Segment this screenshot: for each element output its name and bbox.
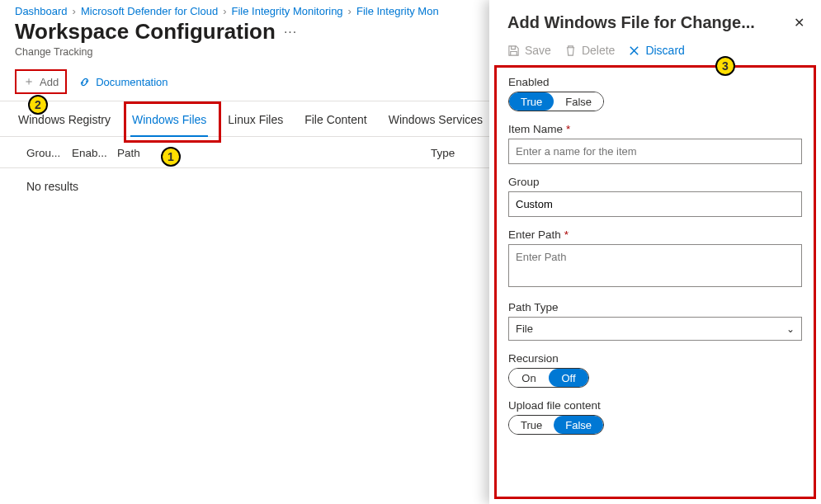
recursion-toggle[interactable]: On Off [508,368,589,388]
annotation-callout-1: 1 [161,147,181,167]
save-icon [507,45,520,57]
panel-body: Enabled True False Item Name* Group Ente… [494,65,816,499]
delete-label: Delete [582,44,615,57]
discard-label: Discard [645,44,684,57]
crumb-fim-truncated[interactable]: File Integrity Mon [356,5,439,17]
annotation-callout-3: 3 [715,56,735,76]
discard-button[interactable]: Discard [628,44,684,57]
path-type-label: Path Type [508,301,802,313]
tab-linux-files[interactable]: Linux Files [226,101,285,136]
chevron-right-icon: › [73,5,76,17]
crumb-defender[interactable]: Microsoft Defender for Cloud [81,5,218,17]
delete-icon [564,45,577,57]
documentation-label: Documentation [96,76,168,88]
add-file-panel: Add Windows File for Change... ✕ Save De… [489,0,821,504]
col-enabled[interactable]: Enab... [72,147,109,159]
enter-path-label: Enter Path [508,228,561,241]
group-input[interactable] [508,191,802,217]
upload-content-toggle[interactable]: True False [508,415,604,435]
save-label: Save [525,44,551,57]
group-label: Group [508,176,802,188]
tab-windows-services[interactable]: Windows Services [387,101,484,136]
tab-windows-files[interactable]: Windows Files [130,101,208,136]
chevron-right-icon: › [223,5,226,17]
col-type[interactable]: Type [431,147,480,159]
enabled-label: Enabled [508,76,802,88]
enter-path-input[interactable] [508,244,802,287]
enabled-true[interactable]: True [509,92,554,111]
save-button[interactable]: Save [507,44,551,57]
add-button-label: Add [40,76,59,88]
crumb-dashboard[interactable]: Dashboard [15,5,68,17]
chevron-right-icon: › [348,5,352,17]
item-name-input[interactable] [508,139,802,164]
chevron-down-icon: ⌄ [786,323,795,335]
plus-icon: ＋ [23,74,35,89]
upload-true[interactable]: True [509,416,554,434]
crumb-fim[interactable]: File Integrity Monitoring [231,5,342,17]
more-icon[interactable]: ··· [284,25,297,40]
close-icon[interactable]: ✕ [794,15,804,31]
documentation-link[interactable]: Documentation [78,76,168,88]
item-name-label: Item Name [508,123,563,135]
path-type-select[interactable]: File ⌄ [508,317,802,341]
enabled-toggle[interactable]: True False [508,92,604,111]
recursion-off[interactable]: Off [549,369,588,387]
col-group[interactable]: Grou... [26,147,64,159]
panel-toolbar: Save Delete Discard [489,39,821,65]
upload-content-label: Upload file content [508,399,802,412]
required-indicator: * [566,123,570,135]
upload-false[interactable]: False [554,416,603,434]
page-title: Workspace Configuration [15,19,276,45]
required-indicator: * [564,228,569,241]
panel-title: Add Windows File for Change... [507,13,755,32]
add-button[interactable]: ＋ Add [15,69,67,94]
discard-icon [628,45,640,57]
annotation-callout-2: 2 [28,95,48,115]
link-icon [78,76,91,88]
tab-file-content[interactable]: File Content [303,101,368,136]
recursion-on[interactable]: On [509,369,549,387]
delete-button[interactable]: Delete [564,44,615,57]
path-type-value: File [516,323,533,335]
enabled-false[interactable]: False [554,92,603,111]
recursion-label: Recursion [508,352,802,365]
